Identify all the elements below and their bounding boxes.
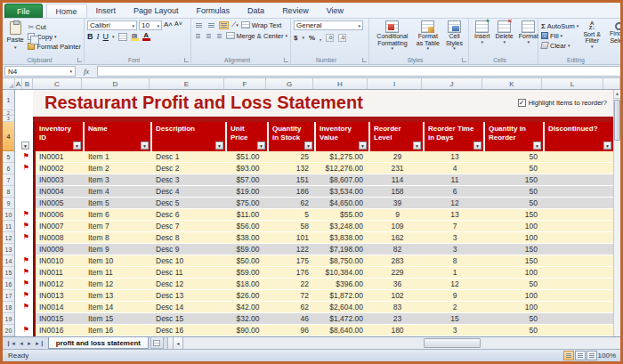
merge-center-button[interactable]: Merge & Center ▾ (226, 31, 287, 40)
cell-discontinued[interactable] (545, 209, 613, 221)
cell-quantity-in-reorder[interactable]: 100 (485, 302, 545, 313)
cell-quantity-in-reorder[interactable]: 150 (485, 209, 545, 221)
cell-quantity-in-reorder[interactable]: 50 (485, 186, 545, 198)
column-header-reorder-level[interactable]: Reorder Level▼ (370, 122, 425, 151)
cell-discontinued[interactable] (545, 255, 613, 267)
row-number-18[interactable]: 18 (3, 302, 14, 313)
page-layout-view-button[interactable] (575, 351, 586, 360)
horizontal-scroll-thumb[interactable] (424, 338, 481, 348)
column-header-name[interactable]: Name▼ (85, 122, 152, 151)
column-letter-E[interactable]: E (150, 78, 224, 89)
cell-description[interactable]: Desc 16 (152, 325, 227, 336)
cell-quantity-in-reorder[interactable]: 50 (485, 198, 545, 209)
cell-name[interactable]: Item 9 (85, 244, 152, 255)
fill-button[interactable]: ↓Fill▾ (541, 31, 578, 40)
cell-name[interactable]: Item 8 (85, 232, 152, 244)
cell-quantity-in-reorder[interactable]: 100 (485, 221, 545, 232)
normal-view-button[interactable] (563, 351, 574, 360)
row-number-13[interactable]: 13 (3, 244, 14, 255)
number-format-select[interactable]: General▾ (294, 20, 363, 30)
cell-quantity-in-stock[interactable]: 62 (269, 198, 316, 209)
cell-reorder-time-in-days[interactable]: 7 (425, 221, 485, 232)
cell-reorder-level[interactable]: 109 (370, 221, 425, 232)
cell-inventory-id[interactable]: IN0006 (36, 209, 85, 221)
cell-description[interactable]: Desc 4 (152, 186, 227, 198)
column-letter-B[interactable]: B (22, 78, 33, 89)
cell-unit-price[interactable]: $93.00 (227, 163, 269, 174)
vertical-scrollbar[interactable]: ▲ (613, 90, 620, 336)
cell-quantity-in-stock[interactable]: 132 (269, 163, 316, 174)
cell-discontinued[interactable] (545, 279, 613, 290)
cell-inventory-value[interactable]: $396.00 (316, 279, 370, 290)
cell-quantity-in-reorder[interactable]: 100 (485, 232, 545, 244)
cell-reorder-time-in-days[interactable]: 9 (425, 290, 485, 302)
cell-description[interactable]: Desc 13 (152, 290, 227, 302)
column-header-reorder-time-in-days[interactable]: Reorder Time in Days▼ (425, 122, 485, 151)
cell-description[interactable]: Desc 5 (152, 198, 227, 209)
cell-quantity-in-reorder[interactable]: 50 (485, 325, 545, 336)
column-letter-L[interactable]: L (542, 78, 603, 89)
wrap-text-button[interactable]: Wrap Text (241, 20, 282, 29)
delete-cells-button[interactable]: Delete▾ (493, 20, 516, 44)
scroll-left-icon[interactable]: ◄ (174, 337, 183, 349)
dialog-launcher-icon[interactable] (362, 58, 367, 62)
ribbon-tab-review[interactable]: Review (273, 4, 318, 18)
cell-quantity-in-reorder[interactable]: 100 (485, 267, 545, 279)
cell-inventory-value[interactable]: $7,198.00 (316, 244, 370, 255)
copy-button[interactable]: Copy ▾ (28, 32, 81, 41)
filter-dropdown-icon[interactable]: ▼ (141, 142, 149, 150)
filter-dropdown-icon[interactable]: ▼ (304, 142, 312, 150)
cell-name[interactable]: Item 10 (85, 255, 152, 267)
cell-quantity-in-stock[interactable]: 46 (269, 313, 316, 325)
cell-inventory-id[interactable]: IN0001 (36, 151, 85, 163)
cell-quantity-in-stock[interactable]: 122 (269, 244, 316, 255)
cell-name[interactable]: Item 7 (85, 221, 152, 232)
cell-reorder-level[interactable]: 29 (370, 151, 425, 163)
currency-button[interactable]: $ (294, 34, 297, 42)
cell-quantity-in-stock[interactable]: 151 (269, 174, 316, 186)
cell-inventory-id[interactable]: IN0004 (36, 186, 85, 198)
cell-name[interactable]: Item 15 (85, 313, 152, 325)
cell-inventory-id[interactable]: IN0012 (36, 279, 85, 290)
cell-description[interactable]: Desc 9 (152, 244, 227, 255)
ribbon-tab-file[interactable]: File (4, 4, 43, 18)
cell-reorder-level[interactable]: 231 (370, 163, 425, 174)
cell-quantity-in-stock[interactable]: 62 (269, 302, 316, 313)
row-number-11[interactable]: 11 (3, 221, 14, 232)
row-number-7[interactable]: 7 (3, 174, 14, 186)
cell-name[interactable]: Item 14 (85, 302, 152, 313)
cell-description[interactable]: Desc 12 (152, 279, 227, 290)
dialog-launcher-icon[interactable] (77, 58, 82, 62)
cell-reorder-time-in-days[interactable]: 11 (425, 174, 485, 186)
name-box[interactable]: N4▾ (4, 66, 76, 77)
cell-quantity-in-stock[interactable]: 96 (269, 325, 316, 336)
cell-name[interactable]: Item 2 (85, 163, 152, 174)
cell-inventory-id[interactable]: IN0007 (36, 221, 85, 232)
row-number-6[interactable]: 6 (3, 163, 14, 174)
cell-unit-price[interactable]: $11.00 (227, 209, 269, 221)
cell-inventory-id[interactable]: IN0010 (36, 255, 85, 267)
cell-description[interactable]: Desc 11 (152, 267, 227, 279)
column-header-description[interactable]: Description▼ (152, 122, 227, 151)
cell-inventory-id[interactable]: IN0009 (36, 244, 85, 255)
dialog-launcher-icon[interactable] (284, 58, 288, 62)
column-header-unit-price[interactable]: Unit Price▼ (227, 122, 269, 151)
horizontal-scrollbar[interactable]: ◄ (167, 337, 620, 349)
cell-description[interactable]: Desc 7 (152, 221, 227, 232)
cell-quantity-in-reorder[interactable]: 50 (485, 313, 545, 325)
align-bottom-button[interactable] (219, 21, 229, 29)
cell-discontinued[interactable] (545, 313, 613, 325)
cell-inventory-value[interactable]: $8,607.00 (316, 174, 370, 186)
align-top-button[interactable] (194, 21, 204, 29)
cell-styles-button[interactable]: Cell Styles▾ (443, 20, 465, 52)
cell-description[interactable]: Desc 10 (152, 255, 227, 267)
ribbon-tab-data[interactable]: Data (239, 4, 273, 18)
cell-inventory-id[interactable]: IN0015 (36, 313, 85, 325)
align-left-button[interactable] (194, 32, 202, 40)
cell-quantity-in-stock[interactable]: 25 (269, 151, 316, 163)
cell-unit-price[interactable]: $56.00 (227, 221, 269, 232)
cell-unit-price[interactable]: $26.00 (227, 290, 269, 302)
cell-reorder-level[interactable]: 9 (370, 209, 425, 221)
borders-button[interactable] (118, 33, 127, 41)
cell-reorder-time-in-days[interactable]: 3 (425, 325, 485, 336)
